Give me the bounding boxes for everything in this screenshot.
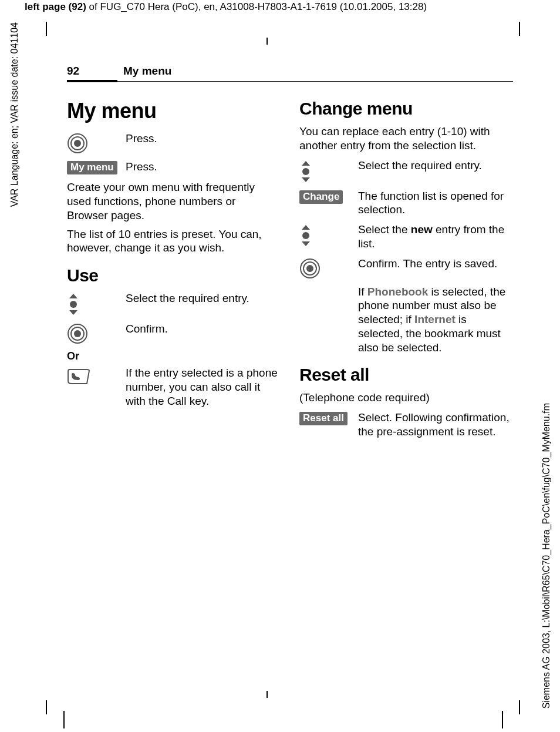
change-open-text: The function list is opened for selectio…	[358, 189, 511, 217]
change-intro: You can replace each entry (1-10) with a…	[299, 125, 511, 153]
running-title: My menu	[123, 65, 171, 78]
svg-marker-9	[302, 161, 310, 166]
side-right-text: Siemens AG 2003, L:\Mobil\R65\C70_Hera_P…	[541, 403, 552, 709]
svg-point-10	[302, 168, 309, 175]
top-meta-bold: left page (92)	[25, 1, 86, 12]
use-heading: Use	[67, 266, 278, 286]
or-label: Or	[67, 350, 278, 362]
call-key-icon	[67, 366, 126, 386]
svg-marker-12	[302, 225, 310, 230]
svg-point-2	[74, 140, 81, 147]
press-text-2: Press.	[126, 160, 278, 174]
svg-point-4	[70, 301, 77, 308]
svg-marker-3	[69, 294, 77, 298]
change-note-text: If Phonebook is selected, the phone numb…	[358, 285, 511, 355]
reset-heading: Reset all	[299, 365, 511, 385]
top-meta: left page (92) of FUG_C70 Hera (PoC), en…	[25, 1, 427, 13]
svg-point-13	[302, 232, 309, 239]
change-new-text: Select the new entry from the list.	[358, 223, 511, 251]
softkey-change: Change	[299, 190, 343, 204]
use-confirm-text: Confirm.	[126, 322, 278, 336]
top-meta-rest: of FUG_C70 Hera (PoC), en, A31008-H7803-…	[86, 1, 427, 12]
left-column: My menu Press. My menu Press. Create you	[67, 93, 278, 445]
reset-text: Select. Following confirmation, the pre-…	[358, 411, 511, 439]
running-head: 92 My menu	[67, 65, 513, 82]
svg-point-17	[306, 265, 313, 272]
intro-text: Create your own menu with frequently use…	[67, 180, 278, 222]
joystick-press-icon	[67, 132, 126, 154]
change-confirm-text: Confirm. The entry is saved.	[358, 257, 511, 271]
page-number: 92	[67, 65, 123, 78]
joystick-press-icon	[299, 257, 358, 279]
joystick-press-icon	[67, 322, 126, 344]
change-heading: Change menu	[299, 99, 511, 119]
page-title: My menu	[67, 99, 278, 123]
press-text-1: Press.	[126, 132, 278, 146]
softkey-my-menu: My menu	[67, 161, 117, 174]
use-select-text: Select the required entry.	[126, 291, 278, 305]
joystick-updown-icon	[67, 291, 126, 316]
side-left-text: VAR Language: en; VAR issue date: 041104	[9, 22, 20, 207]
change-select-text: Select the required entry.	[358, 159, 511, 173]
svg-marker-11	[302, 177, 310, 182]
right-column: Change menu You can replace each entry (…	[299, 93, 511, 445]
joystick-updown-icon	[299, 223, 358, 247]
reset-sub: (Telephone code required)	[299, 391, 511, 405]
svg-point-8	[74, 330, 81, 337]
svg-marker-14	[302, 241, 310, 246]
softkey-reset-all: Reset all	[299, 412, 348, 425]
svg-marker-5	[69, 310, 77, 315]
joystick-updown-icon	[299, 159, 358, 183]
use-call-text: If the entry selected is a phone number,…	[126, 366, 278, 408]
list-note-text: The list of 10 entries is preset. You ca…	[67, 227, 278, 256]
